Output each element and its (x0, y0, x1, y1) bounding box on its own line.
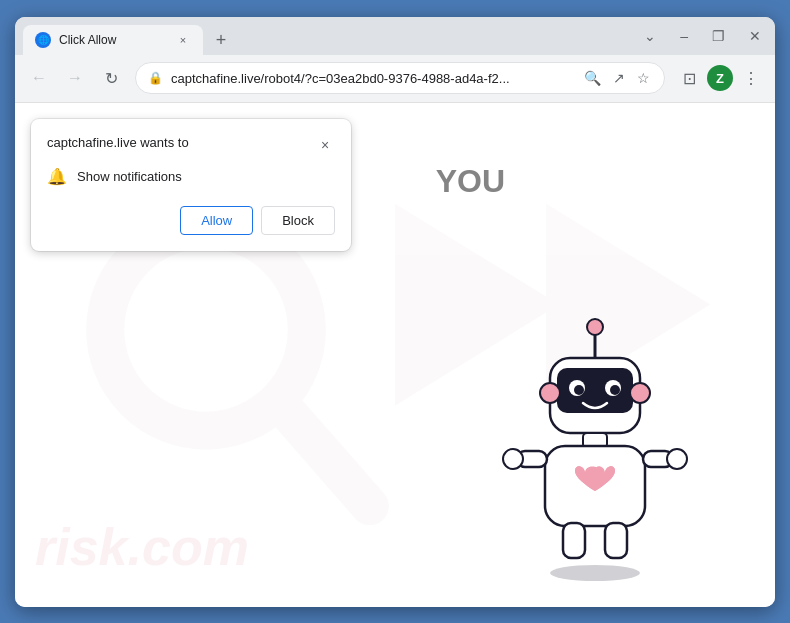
window-controls: ⌄ – ❐ ✕ (638, 26, 767, 46)
tab-favicon: 🌐 (35, 32, 51, 48)
svg-point-11 (610, 385, 620, 395)
bookmark-icon[interactable]: ☆ (635, 68, 652, 88)
svg-line-1 (282, 405, 370, 506)
address-text: captchafine.live/robot4/?c=03ea2bd0-9376… (171, 71, 574, 86)
popup-close-button[interactable]: × (315, 135, 335, 155)
toolbar-right: ⊡ Z ⋮ (673, 62, 767, 94)
profile-button[interactable]: Z (707, 65, 733, 91)
toolbar: ← → ↻ 🔒 captchafine.live/robot4/?c=03ea2… (15, 55, 775, 103)
page-content: risk.com YOU (15, 103, 775, 607)
address-bar[interactable]: 🔒 captchafine.live/robot4/?c=03ea2bd0-93… (135, 62, 665, 94)
notification-label: Show notifications (77, 169, 182, 184)
extension-icon[interactable]: ⊡ (673, 62, 705, 94)
svg-point-22 (550, 565, 640, 581)
notification-popup: captchafine.live wants to × 🔔 Show notif… (31, 119, 351, 251)
active-tab[interactable]: 🌐 Click Allow × (23, 25, 203, 55)
svg-point-17 (503, 449, 523, 469)
back-button[interactable]: ← (23, 62, 55, 94)
tab-title: Click Allow (59, 33, 167, 47)
watermark-text: risk.com (35, 517, 249, 577)
svg-point-10 (574, 385, 584, 395)
svg-rect-20 (563, 523, 585, 558)
robot-illustration (495, 303, 695, 587)
bell-icon: 🔔 (47, 167, 67, 186)
block-button[interactable]: Block (261, 206, 335, 235)
svg-rect-21 (605, 523, 627, 558)
lock-icon: 🔒 (148, 71, 163, 85)
svg-point-12 (540, 383, 560, 403)
tab-strip: 🌐 Click Allow × + (23, 17, 638, 55)
tab-close-button[interactable]: × (175, 32, 191, 48)
svg-point-5 (587, 319, 603, 335)
popup-header: captchafine.live wants to × (31, 119, 351, 163)
title-bar: 🌐 Click Allow × + ⌄ – ❐ ✕ (15, 17, 775, 55)
search-icon[interactable]: 🔍 (582, 68, 603, 88)
reload-button[interactable]: ↻ (95, 62, 127, 94)
close-button[interactable]: ✕ (743, 26, 767, 46)
svg-point-13 (630, 383, 650, 403)
popup-title: captchafine.live wants to (47, 135, 189, 150)
svg-rect-7 (557, 368, 633, 413)
browser-window: 🌐 Click Allow × + ⌄ – ❐ ✕ ← → ↻ 🔒 captch… (15, 17, 775, 607)
maximize-button[interactable]: ❐ (706, 26, 731, 46)
new-tab-button[interactable]: + (207, 27, 235, 55)
allow-button[interactable]: Allow (180, 206, 253, 235)
popup-notification-row: 🔔 Show notifications (31, 163, 351, 198)
robot-svg (495, 303, 695, 583)
you-text: YOU (436, 163, 505, 200)
share-icon[interactable]: ↗ (611, 68, 627, 88)
forward-button[interactable]: → (59, 62, 91, 94)
menu-button[interactable]: ⋮ (735, 62, 767, 94)
chevron-up-icon[interactable]: ⌄ (638, 26, 662, 46)
popup-buttons: Allow Block (31, 198, 351, 251)
svg-point-19 (667, 449, 687, 469)
minimize-button[interactable]: – (674, 26, 694, 46)
